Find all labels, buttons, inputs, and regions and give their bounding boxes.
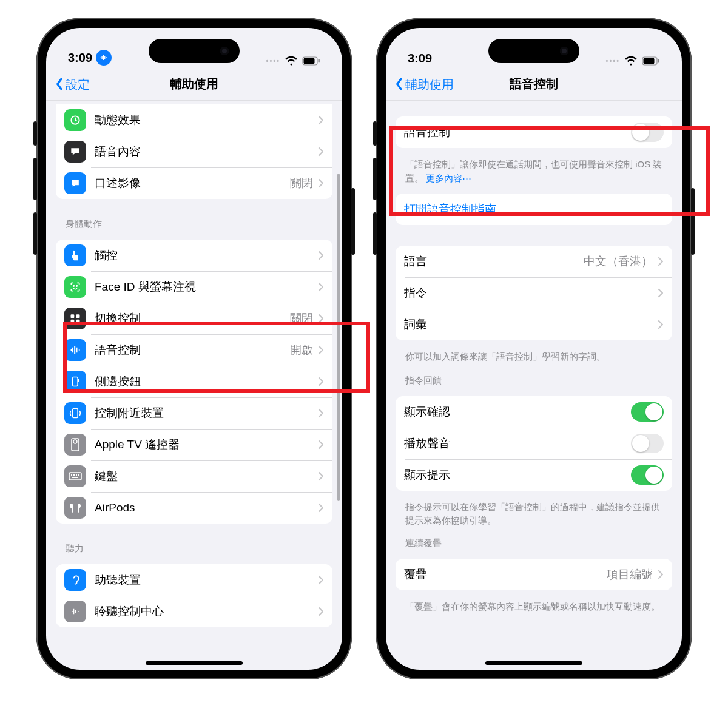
row-hearing-devices[interactable]: 助聽裝置 bbox=[56, 564, 332, 596]
group-overlay: 覆疊 項目編號 bbox=[396, 559, 672, 590]
nav-bar: 輔助使用 語音控制 bbox=[386, 68, 682, 101]
svg-rect-15 bbox=[69, 473, 81, 480]
back-label: 設定 bbox=[66, 76, 90, 92]
faceid-icon bbox=[64, 276, 86, 298]
row-motion[interactable]: 動態效果 bbox=[56, 104, 332, 136]
home-indicator[interactable] bbox=[146, 661, 243, 665]
row-label: 動態效果 bbox=[95, 112, 318, 128]
svg-rect-9 bbox=[76, 320, 80, 323]
chevron-right-icon bbox=[318, 282, 324, 292]
row-label: 詞彙 bbox=[404, 317, 658, 332]
chevron-right-icon bbox=[318, 408, 324, 418]
dynamic-island bbox=[488, 39, 579, 63]
touch-icon bbox=[64, 244, 86, 266]
home-indicator[interactable] bbox=[485, 661, 582, 665]
cellular-dots-icon: •••• bbox=[606, 57, 620, 64]
svg-rect-7 bbox=[76, 314, 80, 318]
back-button[interactable]: 輔助使用 bbox=[394, 76, 454, 92]
row-voice-toggle[interactable]: 語音控制 bbox=[396, 116, 672, 148]
chevron-right-icon bbox=[658, 288, 664, 298]
group-hearing: 助聽裝置 聆聽控制中心 bbox=[56, 564, 332, 627]
chevron-right-icon bbox=[318, 471, 324, 481]
show-hint-toggle[interactable] bbox=[631, 465, 664, 485]
row-faceid[interactable]: Face ID 與螢幕注視 bbox=[56, 271, 332, 303]
dynamic-island bbox=[149, 39, 240, 63]
content-area[interactable]: 動態效果 語音內容 口述影像 關閉 身體動作 bbox=[46, 101, 342, 670]
row-label: 語音控制 bbox=[95, 342, 290, 358]
scrollbar[interactable] bbox=[337, 174, 340, 501]
side-button-icon bbox=[64, 371, 86, 393]
row-label: Face ID 與螢幕注視 bbox=[95, 279, 318, 295]
section-header-overlay: 連續覆疊 bbox=[386, 530, 682, 553]
row-label: 聆聽控制中心 bbox=[95, 604, 318, 619]
group-feedback: 顯示確認 播放聲音 顯示提示 bbox=[396, 396, 672, 491]
row-commands[interactable]: 指令 bbox=[396, 277, 672, 309]
row-label: 語言 bbox=[404, 254, 584, 269]
hearing-center-icon bbox=[64, 601, 86, 622]
row-label: 助聽裝置 bbox=[95, 572, 318, 588]
row-label: 側邊按鈕 bbox=[95, 374, 318, 389]
chevron-right-icon bbox=[318, 377, 324, 386]
page-title: 語音控制 bbox=[510, 76, 558, 92]
voice-control-icon bbox=[64, 339, 86, 361]
footer-overlay: 「覆疊」會在你的螢幕內容上顯示編號或名稱以加快互動速度。 bbox=[386, 596, 682, 616]
row-speech[interactable]: 語音內容 bbox=[56, 136, 332, 167]
chevron-right-icon bbox=[318, 503, 324, 513]
content-area[interactable]: 語音控制 「語音控制」讓你即使在通話期間，也可使用聲音來控制 iOS 裝置。 更… bbox=[386, 101, 682, 670]
voice-control-active-icon bbox=[96, 50, 112, 66]
row-appletv-remote[interactable]: Apple TV 遙控器 bbox=[56, 429, 332, 460]
screen-right: 3:09 •••• 輔助使用 語音控制 bbox=[386, 28, 682, 670]
row-touch[interactable]: 觸控 bbox=[56, 240, 332, 271]
row-show-hint[interactable]: 顯示提示 bbox=[396, 459, 672, 491]
row-audio-description[interactable]: 口述影像 關閉 bbox=[56, 167, 332, 199]
chevron-right-icon bbox=[318, 607, 324, 616]
hearing-devices-icon bbox=[64, 569, 86, 591]
row-play-sound[interactable]: 播放聲音 bbox=[396, 428, 672, 459]
row-value: 項目編號 bbox=[607, 567, 653, 582]
row-voice-control[interactable]: 語音控制 開啟 bbox=[56, 334, 332, 366]
svg-rect-10 bbox=[73, 377, 78, 386]
row-airpods[interactable]: AirPods bbox=[56, 492, 332, 524]
wifi-icon bbox=[285, 56, 298, 66]
svg-rect-13 bbox=[72, 439, 79, 451]
row-show-confirm[interactable]: 顯示確認 bbox=[396, 396, 672, 428]
nearby-devices-icon bbox=[64, 402, 86, 424]
row-vocabulary[interactable]: 詞彙 bbox=[396, 309, 672, 340]
chevron-right-icon bbox=[318, 178, 324, 188]
row-side-button[interactable]: 側邊按鈕 bbox=[56, 366, 332, 397]
chevron-right-icon bbox=[318, 251, 324, 260]
row-label: 指令 bbox=[404, 285, 658, 301]
svg-rect-23 bbox=[658, 59, 659, 62]
svg-rect-18 bbox=[76, 474, 77, 476]
row-label: 口述影像 bbox=[95, 175, 290, 191]
svg-point-14 bbox=[73, 440, 77, 443]
row-keyboard[interactable]: 鍵盤 bbox=[56, 460, 332, 492]
row-label: 控制附近裝置 bbox=[95, 405, 318, 421]
status-time: 3:09 bbox=[68, 51, 92, 65]
row-switch-control[interactable]: 切換控制 關閉 bbox=[56, 303, 332, 334]
chevron-right-icon bbox=[318, 440, 324, 450]
voice-control-toggle[interactable] bbox=[631, 123, 664, 142]
chevron-right-icon bbox=[318, 345, 324, 355]
chevron-right-icon bbox=[658, 320, 664, 329]
cellular-dots-icon: •••• bbox=[266, 57, 280, 64]
row-overlay[interactable]: 覆疊 項目編號 bbox=[396, 559, 672, 590]
play-sound-toggle[interactable] bbox=[631, 434, 664, 453]
row-language[interactable]: 語言 中文（香港） bbox=[396, 246, 672, 277]
nav-bar: 設定 輔助使用 bbox=[46, 68, 342, 101]
back-button[interactable]: 設定 bbox=[55, 76, 90, 92]
row-value: 關閉 bbox=[290, 175, 313, 191]
row-hearing-center[interactable]: 聆聽控制中心 bbox=[56, 596, 332, 627]
svg-rect-1 bbox=[304, 58, 315, 64]
row-value: 關閉 bbox=[290, 311, 313, 326]
section-header-body: 身體動作 bbox=[46, 205, 342, 234]
learn-more-link[interactable]: 更多內容⋯ bbox=[426, 173, 471, 183]
chevron-right-icon bbox=[318, 575, 324, 585]
row-label: 打開語音控制指南 bbox=[404, 201, 664, 217]
row-nearby-devices[interactable]: 控制附近裝置 bbox=[56, 397, 332, 429]
show-confirm-toggle[interactable] bbox=[631, 402, 664, 422]
row-open-guide[interactable]: 打開語音控制指南 bbox=[396, 194, 672, 225]
svg-rect-11 bbox=[78, 379, 79, 382]
appletv-remote-icon bbox=[64, 434, 86, 456]
battery-icon bbox=[642, 56, 660, 66]
